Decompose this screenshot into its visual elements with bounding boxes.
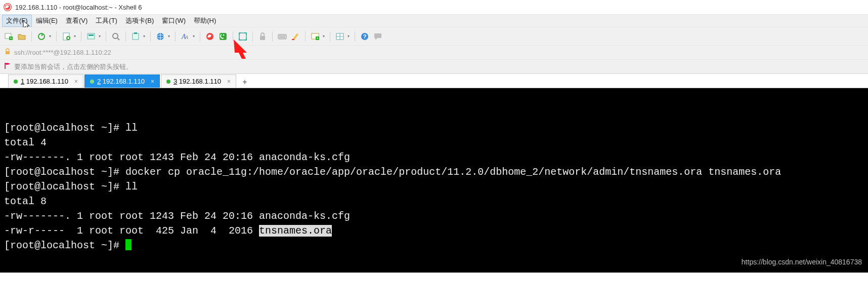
status-dot-icon [166,80,170,84]
dropdown-caret-icon[interactable]: ▾ [48,34,52,39]
close-tab-icon[interactable]: × [74,78,78,85]
chat-icon[interactable] [372,31,383,42]
reconnect-icon[interactable] [36,31,47,42]
toolbar-separator [125,31,126,42]
app-logo-icon [3,3,12,12]
add-tab-icon[interactable]: + [310,31,321,42]
dropdown-caret-icon[interactable]: ▾ [167,34,171,39]
svg-rect-9 [88,33,95,39]
toolbar-separator [252,31,253,42]
terminal[interactable]: [root@localhost ~]# lltotal 4-rw-------.… [0,88,868,273]
dropdown-caret-icon[interactable]: ▾ [192,34,196,39]
toolbar-separator [272,31,273,42]
font-icon[interactable]: AA [180,31,191,42]
tab-strip: 1 192.168.1.110×2 192.168.1.110×3 192.16… [0,74,868,88]
toolbar-separator [31,31,32,42]
toolbar-separator [150,31,151,42]
close-tab-icon[interactable]: × [151,78,154,85]
svg-text:?: ? [363,33,367,40]
titlebar: 192.168.1.110 - root@localhost:~ - Xshel… [0,0,868,14]
svg-rect-10 [89,34,94,36]
svg-rect-23 [239,33,246,40]
svg-rect-28 [292,39,294,40]
tab-label: 2 192.168.1.110 [97,78,145,85]
toolbar: +▾▾▾▾▾AA▾+▾▾? [0,27,868,46]
flag-icon [4,62,11,71]
toolbar-separator [355,31,355,42]
terminal-line: -rw-------. 1 root root 1243 Feb 24 20:1… [4,150,864,165]
terminal-line: total 8 [4,194,864,209]
hint-text: 要添加当前会话，点击左侧的箭头按钮。 [14,62,133,71]
menu-tabs[interactable]: 选项卡(B) [121,15,158,27]
watermark-text: https://blog.csdn.net/weixin_40816738 [742,255,862,270]
paste-icon[interactable] [130,31,141,42]
tab-label: 3 192.168.1.110 [173,78,221,85]
svg-rect-24 [260,36,265,40]
find-icon[interactable] [110,31,121,42]
svg-rect-8 [68,37,69,39]
svg-text:+: + [316,36,319,41]
toolbar-separator [56,31,57,42]
new-tab-button[interactable]: + [239,76,250,88]
menu-view[interactable]: 查看(V) [62,15,92,27]
terminal-line: [root@localhost ~]# ll [4,179,864,194]
address-bar[interactable]: ssh://root:****@192.168.1.110:22 [0,46,868,60]
status-dot-icon [90,80,94,84]
session-tab[interactable]: 2 192.168.1.110× [84,74,160,88]
session-tab[interactable]: 1 192.168.1.110× [8,74,83,88]
terminal-line: [root@localhost ~]# ll [4,121,864,135]
address-text: ssh://root:****@192.168.1.110:22 [14,49,111,56]
toolbar-separator [233,31,233,42]
toolbar-separator [305,31,306,42]
fullscreen-icon[interactable] [237,31,248,42]
terminal-line: total 4 [4,135,864,150]
menubar: 文件(F) 编辑(E) 查看(V) 工具(T) 选项卡(B) 窗口(W) 帮助(… [0,14,868,27]
dropdown-caret-icon[interactable]: ▾ [98,34,102,39]
menu-window[interactable]: 窗口(W) [158,15,190,27]
layout-icon[interactable] [334,31,345,42]
globe-icon[interactable] [155,31,166,42]
session-tab[interactable]: 3 192.168.1.110× [161,74,236,88]
dropdown-caret-icon[interactable]: ▾ [346,34,351,39]
svg-rect-13 [133,33,139,40]
toolbar-separator [175,31,176,42]
toolbar-separator [81,31,81,42]
svg-text:+: + [10,36,12,41]
lock-small-icon [4,48,11,57]
hint-bar: 要添加当前会话，点击左侧的箭头按钮。 [0,60,868,74]
svg-line-12 [117,38,119,40]
svg-rect-14 [134,32,137,34]
svg-point-11 [113,33,118,39]
status-dot-icon [14,80,18,84]
keyboard-icon[interactable] [277,31,288,42]
properties-icon[interactable] [61,31,72,42]
toolbar-separator [106,31,106,42]
menu-help[interactable]: 帮助(H) [190,15,220,27]
lock-icon[interactable] [257,31,268,42]
help-icon[interactable]: ? [359,31,370,42]
window-title: 192.168.1.110 - root@localhost:~ - Xshel… [15,4,142,11]
tab-label: 1 192.168.1.110 [21,78,68,85]
dropdown-caret-icon[interactable]: ▾ [322,34,326,39]
dropdown-caret-icon[interactable]: ▾ [142,34,146,39]
copy-icon[interactable] [85,31,97,42]
terminal-cursor [125,239,132,250]
terminal-line: [root@localhost ~]# docker cp oracle_11g… [4,165,864,179]
terminal-line: -rw-r----- 1 root root 425 Jan 4 2016 tn… [4,223,864,238]
terminal-line: -rw-------. 1 root root 1243 Feb 24 20:1… [4,209,864,223]
toolbar-separator [200,31,200,42]
xagent-icon[interactable] [218,31,229,42]
open-icon[interactable] [16,31,27,42]
highlight-icon[interactable] [290,31,301,42]
svg-text:A: A [185,34,189,40]
new-session-icon[interactable]: + [3,31,14,42]
svg-rect-25 [278,34,286,39]
dropdown-caret-icon[interactable]: ▾ [73,34,77,39]
menu-edit[interactable]: 编辑(E) [32,15,62,27]
highlighted-text: tnsnames.ora [259,225,332,237]
xshell-icon[interactable] [204,31,215,42]
menu-file[interactable]: 文件(F) [2,15,32,27]
menu-tools[interactable]: 工具(T) [92,15,121,27]
terminal-prompt-line: [root@localhost ~]# [4,238,864,253]
close-tab-icon[interactable]: × [227,78,231,85]
